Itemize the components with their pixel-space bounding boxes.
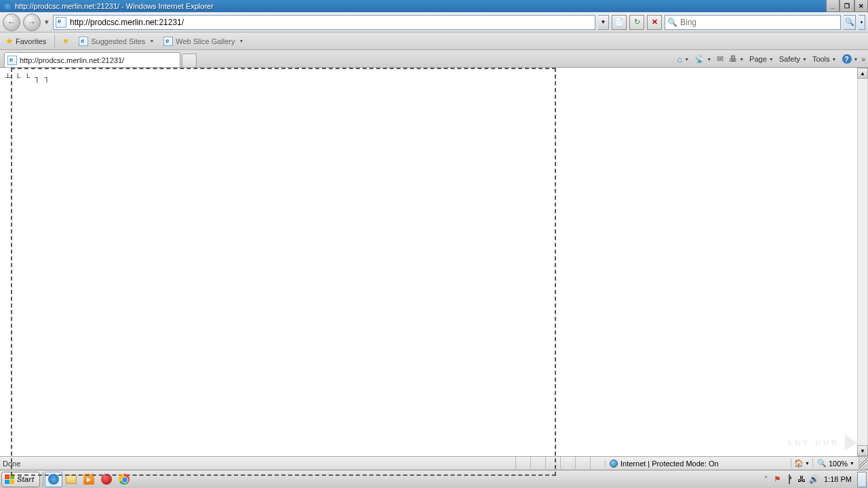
taskbar-opera[interactable] [98, 472, 115, 487]
address-bar[interactable] [53, 15, 595, 30]
minimize-button[interactable]: _ [826, 0, 840, 12]
safety-menu-label: Safety [779, 55, 800, 63]
address-dropdown[interactable]: ▼ [598, 15, 609, 30]
search-box[interactable]: 🔍 [665, 15, 841, 30]
battery-icon[interactable] [783, 474, 795, 484]
read-mail-button[interactable]: ✉ [715, 53, 726, 65]
opera-icon [101, 474, 112, 485]
scrollbar-track[interactable] [857, 79, 868, 445]
protected-mode-button[interactable]: 🏠▼ [791, 459, 812, 468]
chevron-down-icon: ▼ [239, 39, 244, 43]
ie-icon [48, 474, 59, 485]
compat-view-button[interactable]: 📄 [612, 15, 627, 30]
home-button[interactable]: ⌂▼ [675, 53, 691, 66]
suggested-sites-link[interactable]: Suggested Sites ▼ [77, 35, 156, 47]
selection-rectangle [11, 68, 556, 476]
zone-label: Internet | Protected Mode: On [620, 460, 719, 468]
taskbar-clock[interactable]: 1:18 PM [820, 475, 856, 483]
taskbar-explorer[interactable] [62, 472, 80, 487]
window-title: http://prodcsc.merlin.net:21231/ - Windo… [15, 2, 214, 10]
taskbar-ie[interactable] [45, 472, 62, 487]
volume-icon[interactable]: 🔊 [808, 474, 820, 484]
search-input[interactable] [680, 18, 838, 27]
print-icon: 🖶 [729, 54, 737, 64]
favorites-label: Favorites [16, 37, 46, 45]
page-icon [79, 37, 88, 46]
stop-button[interactable]: ✕ [647, 15, 662, 30]
network-icon[interactable]: 🖧 [795, 474, 808, 484]
status-pane [545, 457, 560, 470]
show-desktop-button[interactable] [857, 472, 867, 487]
home-icon: ⌂ [677, 54, 682, 64]
restore-button[interactable]: ❐ [840, 0, 854, 12]
page-icon [7, 56, 17, 65]
web-slice-label: Web Slice Gallery [176, 37, 235, 45]
back-button[interactable]: ← [3, 14, 20, 31]
folder-icon [66, 475, 77, 484]
star-add-icon: ★ [62, 37, 69, 45]
forward-button[interactable]: → [23, 14, 41, 31]
help-button[interactable]: ?▼ [840, 53, 861, 65]
status-pane [515, 457, 530, 470]
resize-grip[interactable] [859, 457, 868, 470]
start-label: Start [17, 475, 34, 483]
watermark: ANY RUN [787, 434, 857, 451]
status-pane [530, 457, 545, 470]
page-content: ┴ └ └ ┐ ┐ [0, 68, 868, 88]
page-menu-label: Page [749, 55, 767, 63]
globe-icon [610, 460, 618, 468]
favorites-button[interactable]: ★ Favorites [3, 35, 49, 47]
scroll-down-button[interactable]: ▼ [857, 445, 868, 456]
status-bar: Done Internet | Protected Mode: On 🏠▼ 🔍 … [0, 456, 868, 470]
zoom-value: 100% [829, 460, 848, 468]
rss-icon: 📡 [694, 54, 705, 64]
new-tab-button[interactable] [182, 54, 197, 67]
tools-menu-label: Tools [812, 55, 830, 63]
windows-logo-icon [5, 474, 14, 484]
suggested-sites-label: Suggested Sites [91, 37, 145, 45]
safety-menu[interactable]: Safety▼ [777, 54, 809, 64]
search-go-button[interactable]: 🔍 [844, 15, 856, 30]
nav-history-dropdown[interactable]: ▾ [43, 18, 50, 26]
tray-overflow[interactable]: ˄ [762, 475, 771, 484]
status-pane [590, 457, 605, 470]
media-player-icon: ▶ [83, 474, 94, 485]
address-input[interactable] [68, 16, 595, 29]
play-icon [845, 434, 857, 451]
search-icon: 🔍 [667, 18, 677, 27]
status-text: Done [0, 460, 515, 468]
tab-title: http://prodcsc.merlin.net:21231/ [20, 56, 124, 64]
tools-menu[interactable]: Tools▼ [810, 54, 839, 64]
start-button[interactable]: Start [1, 472, 40, 487]
tab-row: http://prodcsc.merlin.net:21231/ ⌂▼ 📡▼ ✉… [0, 50, 868, 68]
star-icon: ★ [5, 36, 14, 46]
status-pane [575, 457, 590, 470]
search-provider-dropdown[interactable]: ▼ [859, 15, 865, 30]
action-center-icon[interactable]: ⚑ [771, 474, 783, 484]
system-tray: ˄ ⚑ 🖧 🔊 1:18 PM [762, 470, 868, 488]
nav-toolbar: ← → ▾ ▼ 📄 ↻ ✕ 🔍 🔍 ▼ [0, 12, 868, 33]
taskbar-media-player[interactable]: ▶ [80, 472, 98, 487]
help-icon: ? [842, 54, 852, 64]
chevron-down-icon: ▼ [149, 39, 154, 43]
ie-icon [3, 1, 12, 11]
refresh-button[interactable]: ↻ [629, 15, 644, 30]
page-icon [56, 17, 66, 28]
page-menu[interactable]: Page▼ [747, 54, 776, 64]
tab-active[interactable]: http://prodcsc.merlin.net:21231/ [4, 52, 180, 67]
shield-icon: 🏠 [794, 459, 804, 468]
add-to-favorites-bar[interactable]: ★ [60, 35, 71, 47]
scroll-up-button[interactable]: ▲ [857, 68, 868, 79]
close-button[interactable]: ✕ [854, 0, 868, 12]
web-slice-gallery-link[interactable]: Web Slice Gallery ▼ [161, 35, 245, 47]
feeds-button[interactable]: 📡▼ [692, 53, 713, 65]
security-zone[interactable]: Internet | Protected Mode: On [605, 460, 791, 468]
mail-icon: ✉ [717, 54, 724, 64]
watermark-text: ANY RUN [787, 439, 840, 447]
taskbar-chrome[interactable] [115, 472, 133, 487]
print-button[interactable]: 🖶▼ [727, 53, 746, 65]
page-icon [163, 37, 173, 46]
zoom-control[interactable]: 🔍 100% ▼ [812, 459, 859, 468]
status-pane [560, 457, 575, 470]
toolbar-overflow[interactable]: » [861, 56, 865, 63]
